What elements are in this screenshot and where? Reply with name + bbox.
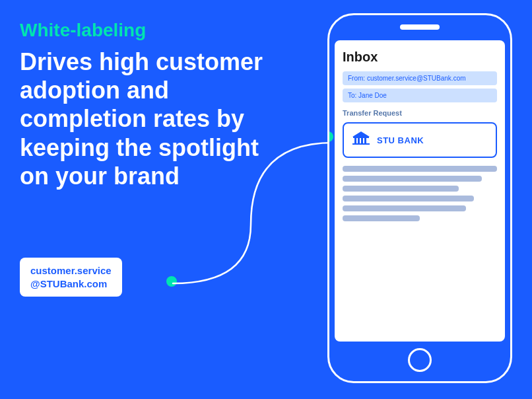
green-dot-phone: [327, 131, 333, 142]
svg-rect-1: [354, 138, 356, 143]
content-line-6: [343, 215, 420, 221]
content-line-3: [343, 186, 459, 192]
bank-card: STU BANK: [343, 122, 497, 158]
headline: Drives high customer adoption and comple…: [20, 48, 271, 190]
phone-screen: Inbox From: customer.service@STUBank.com…: [335, 40, 505, 342]
email-label-text: customer.service @STUBank.com: [30, 264, 112, 290]
inbox-title: Inbox: [343, 50, 497, 65]
to-field: To: Jane Doe: [343, 89, 497, 102]
svg-rect-0: [353, 137, 369, 138]
content-line-2: [343, 176, 482, 182]
bank-name: STU BANK: [377, 135, 424, 145]
phone-frame: Inbox From: customer.service@STUBank.com…: [327, 13, 512, 383]
phone-home-button: [408, 348, 432, 372]
content-line-1: [343, 166, 497, 172]
green-dot-left: [166, 276, 177, 287]
content-line-4: [343, 196, 474, 201]
email-line2: @STUBank.com: [30, 277, 112, 291]
svg-rect-2: [358, 138, 360, 143]
email-label-box: customer.service @STUBank.com: [20, 258, 122, 297]
bank-icon: [352, 130, 370, 150]
phone-speaker: [400, 24, 440, 30]
svg-rect-3: [361, 138, 363, 143]
content-line-5: [343, 205, 466, 211]
left-section: White-labeling Drives high customer adop…: [20, 20, 271, 190]
email-line1: customer.service: [30, 264, 112, 277]
phone-container: Inbox From: customer.service@STUBank.com…: [327, 13, 512, 383]
content-lines: [343, 166, 497, 221]
transfer-label: Transfer Request: [343, 109, 497, 117]
svg-rect-4: [364, 138, 366, 143]
white-labeling-title: White-labeling: [20, 20, 271, 41]
from-field: From: customer.service@STUBank.com: [343, 71, 497, 85]
svg-marker-6: [352, 131, 370, 137]
svg-rect-5: [352, 143, 370, 145]
